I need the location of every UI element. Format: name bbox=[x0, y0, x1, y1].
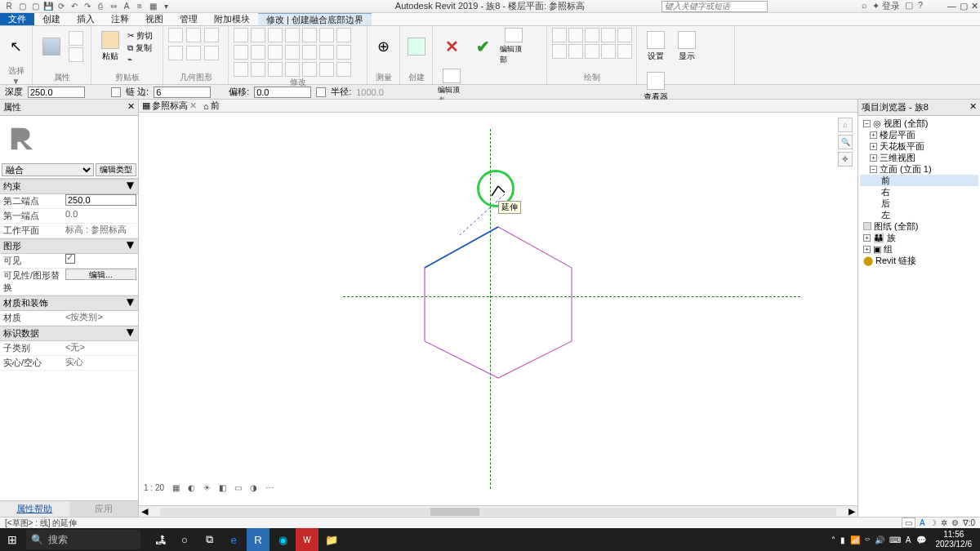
pin-icon[interactable] bbox=[302, 45, 317, 60]
properties-apply-button[interactable]: 应用 bbox=[69, 501, 139, 517]
rect-icon[interactable] bbox=[568, 28, 583, 42]
delete-icon[interactable] bbox=[336, 45, 351, 60]
status-half-icon[interactable]: ☽ bbox=[929, 518, 937, 527]
taskbar-cortana-icon[interactable]: ○ bbox=[173, 528, 196, 551]
depth-input[interactable] bbox=[28, 87, 85, 98]
nav-pan-icon[interactable]: ✥ bbox=[838, 152, 853, 167]
edit-top-button[interactable]: 编辑顶部 bbox=[500, 28, 528, 65]
match-button[interactable]: ⌁ bbox=[127, 55, 153, 64]
taskbar-revit-icon[interactable]: R bbox=[247, 528, 270, 551]
canvas-scrollbar-h[interactable]: ◀▶ bbox=[139, 505, 858, 517]
tree-views-all[interactable]: −◎ 视图 (全部) bbox=[860, 118, 978, 129]
start-button[interactable]: ⊞ bbox=[0, 528, 24, 551]
tree-3d-views[interactable]: +三维视图 bbox=[860, 152, 978, 163]
copy-button[interactable]: ⧉ 复制 bbox=[127, 42, 153, 54]
taskbar-edge-icon[interactable]: ◉ bbox=[271, 528, 294, 551]
qat-text-icon[interactable]: A bbox=[121, 1, 132, 12]
view-tab-front[interactable]: ⌂ 前 bbox=[203, 100, 220, 112]
taskbar-app-1[interactable]: 🏞 bbox=[149, 528, 172, 551]
taskbar-wps-icon[interactable]: W bbox=[296, 528, 318, 551]
status-link-icon[interactable]: ⚙ bbox=[951, 518, 959, 527]
lock-icon[interactable] bbox=[319, 62, 334, 77]
tab-annotate[interactable]: 注释 bbox=[103, 13, 137, 25]
qat-undo-icon[interactable]: ↶ bbox=[69, 1, 80, 12]
set-workplane-button[interactable]: 设置 bbox=[642, 28, 670, 65]
tab-modify-context[interactable]: 修改 | 创建融合底部边界 bbox=[258, 13, 372, 25]
hide-icon[interactable]: ◑ bbox=[248, 483, 259, 492]
tree-groups[interactable]: +▣ 组 bbox=[860, 243, 978, 255]
shadows-icon[interactable]: ◧ bbox=[217, 483, 228, 492]
tree-floor-plans[interactable]: +楼层平面 bbox=[860, 129, 978, 140]
tray-notify-icon[interactable]: 💬 bbox=[916, 535, 926, 544]
family-types-icon[interactable] bbox=[69, 47, 83, 62]
arc-icon[interactable] bbox=[617, 28, 632, 42]
status-main-model-icon[interactable]: A bbox=[920, 518, 925, 527]
ungroup-icon[interactable] bbox=[302, 62, 317, 77]
radius-checkbox[interactable] bbox=[316, 87, 326, 97]
qat-thin-lines-icon[interactable]: ≡ bbox=[134, 1, 145, 12]
qat-save-icon[interactable]: 💾 bbox=[42, 1, 54, 12]
paste-button[interactable]: 粘贴 bbox=[96, 28, 124, 65]
crop-icon[interactable]: ▭ bbox=[233, 483, 243, 492]
array-icon[interactable] bbox=[268, 45, 283, 60]
tray-battery-icon[interactable]: ▮ bbox=[840, 535, 845, 544]
line-icon[interactable] bbox=[552, 28, 567, 42]
tree-elev-left[interactable]: 左 bbox=[860, 209, 978, 220]
split-icon[interactable] bbox=[336, 28, 351, 42]
scale-icon[interactable] bbox=[285, 45, 300, 60]
qat-close-hidden-icon[interactable]: ▦ bbox=[147, 1, 158, 12]
type-props-icon[interactable] bbox=[69, 31, 83, 46]
qat-revit-icon[interactable]: R bbox=[3, 1, 15, 12]
rotate-icon[interactable] bbox=[268, 28, 283, 42]
tray-volume-icon[interactable]: 🔊 bbox=[875, 535, 884, 544]
tree-elev-back[interactable]: 后 bbox=[860, 198, 978, 209]
infocenter-icon[interactable]: ⌕ bbox=[862, 0, 867, 12]
fillet-icon[interactable] bbox=[568, 44, 583, 59]
tree-families[interactable]: +👪 族 bbox=[860, 232, 978, 243]
qat-measure-icon[interactable]: ⇔ bbox=[108, 1, 119, 12]
tray-ime-icon[interactable]: ⌨ bbox=[889, 535, 901, 544]
measure-button[interactable]: ⊕ bbox=[372, 28, 394, 65]
qat-redo-icon[interactable]: ↷ bbox=[82, 1, 93, 12]
tree-elev-right[interactable]: 右 bbox=[860, 186, 978, 198]
unlock-icon[interactable] bbox=[336, 62, 351, 77]
close-view-icon[interactable]: ✕ bbox=[189, 100, 197, 111]
help-search-input[interactable] bbox=[662, 1, 768, 12]
tray-wifi-icon[interactable]: ⌔ bbox=[865, 535, 870, 544]
join-icon[interactable] bbox=[204, 28, 219, 42]
taskbar-taskview-icon[interactable]: ⧉ bbox=[198, 528, 220, 551]
status-gear-icon[interactable]: ✲ bbox=[941, 518, 947, 527]
tab-view[interactable]: 视图 bbox=[137, 13, 172, 25]
mirror-axis-icon[interactable] bbox=[285, 28, 300, 42]
finish-mode-button[interactable]: ✔ bbox=[469, 28, 497, 65]
extend-icon[interactable] bbox=[234, 62, 248, 77]
corner-icon[interactable] bbox=[251, 62, 265, 77]
create-button[interactable] bbox=[405, 28, 427, 65]
view-tab-ref-level[interactable]: ▦ 参照标高 ✕ bbox=[142, 100, 197, 112]
tab-manage[interactable]: 管理 bbox=[172, 13, 206, 25]
ellipse-icon[interactable] bbox=[601, 44, 616, 59]
app-exchange-icon[interactable]: ▢ bbox=[905, 0, 913, 12]
paint-icon[interactable] bbox=[168, 46, 183, 60]
qat-switch-icon[interactable]: ▾ bbox=[160, 1, 172, 12]
browser-close-icon[interactable]: ✕ bbox=[969, 101, 977, 113]
select-button[interactable]: ↖ bbox=[5, 28, 27, 65]
tree-links[interactable]: ⬤ Revit 链接 bbox=[860, 255, 978, 266]
tree-sheets[interactable]: 图纸 (全部) bbox=[860, 220, 978, 232]
detail-level-icon[interactable]: ▦ bbox=[171, 483, 181, 492]
tray-network-icon[interactable]: 📶 bbox=[850, 535, 860, 544]
offset-icon[interactable] bbox=[251, 45, 265, 60]
tray-lang-icon[interactable]: A bbox=[906, 535, 911, 544]
signin-button[interactable]: ✦ 登录 bbox=[872, 0, 900, 12]
align-icon[interactable] bbox=[234, 45, 248, 60]
trim-icon[interactable] bbox=[319, 28, 334, 42]
move-icon[interactable] bbox=[234, 28, 248, 42]
maximize-button[interactable]: ▢ bbox=[960, 1, 968, 11]
cut-button[interactable]: ✂ 剪切 bbox=[127, 30, 153, 42]
drawing-canvas[interactable]: 延伸 ⌂ 🔍 ✥ 1 : 20 ▦ ◐ ☀ ◧ ▭ ◑ ⋯ bbox=[139, 113, 858, 505]
cope-icon[interactable] bbox=[168, 28, 183, 42]
properties-help-link[interactable]: 属性帮助 bbox=[0, 501, 69, 517]
view-scale[interactable]: 1 : 20 bbox=[142, 483, 166, 492]
qat-sync-icon[interactable]: ⟳ bbox=[56, 1, 67, 12]
sun-path-icon[interactable]: ☀ bbox=[202, 483, 212, 492]
